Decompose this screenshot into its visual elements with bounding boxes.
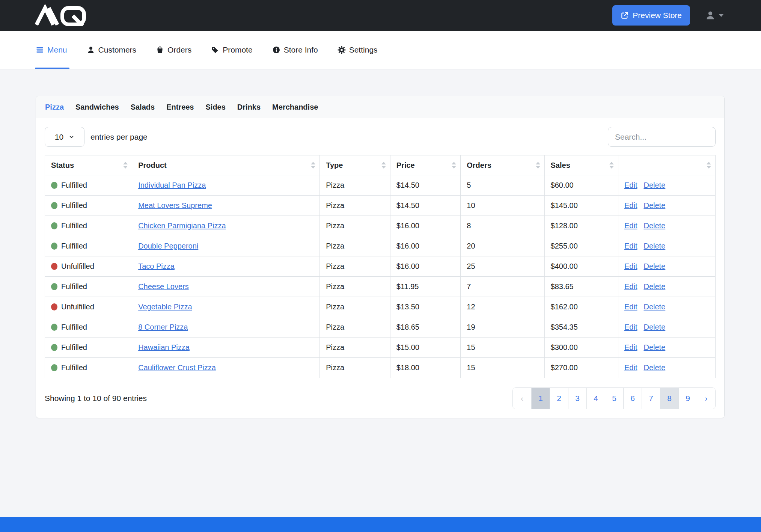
nav-item-orders[interactable]: Orders bbox=[156, 31, 191, 69]
delete-link[interactable]: Delete bbox=[643, 363, 665, 372]
status-cell: Fulfilled bbox=[45, 196, 132, 216]
product-link[interactable]: 8 Corner Pizza bbox=[138, 323, 188, 331]
edit-link[interactable]: Edit bbox=[624, 363, 637, 372]
pagination-page-8[interactable]: 8 bbox=[660, 388, 678, 409]
delete-link[interactable]: Delete bbox=[643, 282, 665, 291]
status-label: Unfulfilled bbox=[61, 303, 94, 311]
product-cell: Taco Pizza bbox=[132, 256, 320, 277]
nav-item-promote[interactable]: Promote bbox=[211, 31, 252, 69]
column-header-label: Status bbox=[51, 161, 74, 169]
entries-per-page-select[interactable]: 10 bbox=[45, 127, 84, 147]
nav-item-customers[interactable]: Customers bbox=[87, 31, 137, 69]
search-input[interactable] bbox=[608, 127, 716, 147]
edit-link[interactable]: Edit bbox=[624, 201, 637, 209]
sales-cell: $270.00 bbox=[544, 358, 618, 378]
edit-link[interactable]: Edit bbox=[624, 181, 637, 189]
column-header-status[interactable]: Status bbox=[45, 155, 132, 175]
tab-sandwiches[interactable]: Sandwiches bbox=[75, 103, 119, 112]
user-menu[interactable] bbox=[705, 10, 723, 21]
column-header-label: Product bbox=[138, 161, 167, 169]
delete-link[interactable]: Delete bbox=[643, 201, 665, 209]
tab-drinks[interactable]: Drinks bbox=[237, 103, 261, 112]
orders-cell: 20 bbox=[461, 236, 544, 256]
top-header: Preview Store bbox=[0, 0, 761, 31]
delete-link[interactable]: Delete bbox=[643, 242, 665, 250]
pagination-page-6[interactable]: 6 bbox=[623, 388, 642, 409]
status-label: Fulfilled bbox=[61, 242, 87, 250]
entries-select-value: 10 bbox=[55, 133, 63, 142]
status-dot bbox=[51, 344, 57, 351]
column-header-type[interactable]: Type bbox=[320, 155, 390, 175]
tab-salads[interactable]: Salads bbox=[131, 103, 155, 112]
column-header-orders[interactable]: Orders bbox=[461, 155, 544, 175]
product-link[interactable]: Cheese Lovers bbox=[138, 282, 189, 291]
column-header-label: Orders bbox=[467, 161, 491, 169]
edit-link[interactable]: Edit bbox=[624, 282, 637, 291]
actions-cell: EditDelete bbox=[618, 277, 715, 297]
sales-cell: $145.00 bbox=[544, 196, 618, 216]
tab-merchandise[interactable]: Merchandise bbox=[272, 103, 318, 112]
column-header-price[interactable]: Price bbox=[390, 155, 461, 175]
column-header-sales[interactable]: Sales bbox=[544, 155, 618, 175]
edit-link[interactable]: Edit bbox=[624, 262, 637, 270]
pagination-page-1[interactable]: 1 bbox=[531, 388, 550, 409]
edit-link[interactable]: Edit bbox=[624, 303, 637, 311]
pagination-page-5[interactable]: 5 bbox=[605, 388, 623, 409]
pagination-page-4[interactable]: 4 bbox=[586, 388, 605, 409]
product-link[interactable]: Chicken Parmigiana Pizza bbox=[138, 222, 226, 230]
sort-icon bbox=[452, 162, 456, 169]
pagination-prev-button[interactable]: ‹ bbox=[513, 388, 531, 409]
tag-icon bbox=[211, 46, 219, 54]
pagination-next-button[interactable]: › bbox=[697, 388, 715, 409]
delete-link[interactable]: Delete bbox=[643, 262, 665, 270]
sales-cell: $354.35 bbox=[544, 317, 618, 338]
nav-item-menu[interactable]: Menu bbox=[36, 31, 67, 69]
pagination-page-2[interactable]: 2 bbox=[550, 388, 568, 409]
products-table: StatusProductTypePriceOrdersSales Fulfil… bbox=[45, 155, 716, 378]
status-label: Fulfilled bbox=[61, 323, 87, 332]
bag-icon bbox=[156, 46, 164, 54]
tab-sides[interactable]: Sides bbox=[206, 103, 226, 112]
edit-link[interactable]: Edit bbox=[624, 343, 637, 351]
delete-link[interactable]: Delete bbox=[643, 181, 665, 189]
product-link[interactable]: Taco Pizza bbox=[138, 262, 175, 270]
type-cell: Pizza bbox=[320, 236, 390, 256]
product-link[interactable]: Meat Lovers Supreme bbox=[138, 201, 212, 209]
status-dot bbox=[51, 222, 57, 229]
actions-cell: EditDelete bbox=[618, 297, 715, 317]
nav-item-store-info[interactable]: Store Info bbox=[272, 31, 318, 69]
price-cell: $14.50 bbox=[390, 196, 461, 216]
column-header-blank[interactable] bbox=[618, 155, 715, 175]
pagination-page-3[interactable]: 3 bbox=[568, 388, 586, 409]
table-row: FulfilledCauliflower Crust PizzaPizza$18… bbox=[45, 358, 716, 378]
status-dot bbox=[51, 182, 57, 189]
preview-store-label: Preview Store bbox=[633, 11, 682, 20]
tab-entrees[interactable]: Entrees bbox=[166, 103, 194, 112]
product-link[interactable]: Double Pepperoni bbox=[138, 242, 198, 250]
actions-cell: EditDelete bbox=[618, 175, 715, 196]
nav-item-label: Settings bbox=[349, 45, 378, 54]
delete-link[interactable]: Delete bbox=[643, 343, 665, 351]
column-header-product[interactable]: Product bbox=[132, 155, 320, 175]
pagination-page-9[interactable]: 9 bbox=[678, 388, 697, 409]
product-link[interactable]: Individual Pan Pizza bbox=[138, 181, 206, 189]
product-link[interactable]: Cauliflower Crust Pizza bbox=[138, 363, 216, 372]
delete-link[interactable]: Delete bbox=[643, 222, 665, 230]
product-link[interactable]: Hawaiian Pizza bbox=[138, 343, 190, 351]
product-cell: Cheese Lovers bbox=[132, 277, 320, 297]
status-cell: Unfulfilled bbox=[45, 256, 132, 277]
type-cell: Pizza bbox=[320, 277, 390, 297]
edit-link[interactable]: Edit bbox=[624, 222, 637, 230]
product-link[interactable]: Vegetable Pizza bbox=[138, 303, 192, 311]
edit-link[interactable]: Edit bbox=[624, 242, 637, 250]
delete-link[interactable]: Delete bbox=[643, 303, 665, 311]
table-row: FulfilledIndividual Pan PizzaPizza$14.50… bbox=[45, 175, 716, 196]
brand-logo[interactable] bbox=[34, 5, 97, 26]
preview-store-button[interactable]: Preview Store bbox=[612, 5, 690, 26]
nav-item-settings[interactable]: Settings bbox=[338, 31, 378, 69]
delete-link[interactable]: Delete bbox=[643, 323, 665, 331]
edit-link[interactable]: Edit bbox=[624, 323, 637, 331]
actions-cell: EditDelete bbox=[618, 236, 715, 256]
pagination-page-7[interactable]: 7 bbox=[642, 388, 660, 409]
tab-pizza[interactable]: Pizza bbox=[45, 103, 64, 112]
